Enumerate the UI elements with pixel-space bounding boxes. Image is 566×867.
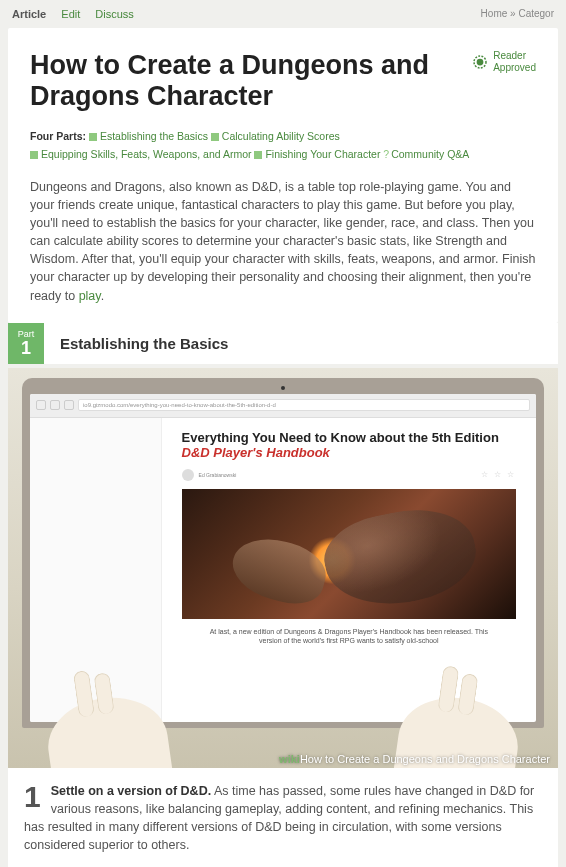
- parts-label: Four Parts:: [30, 130, 86, 142]
- page-main: Everything You Need to Know about the 5t…: [162, 418, 536, 722]
- avatar-icon: [182, 469, 194, 481]
- step-illustration: io9.gizmodo.com/everything-you-need-to-k…: [8, 368, 558, 768]
- author-name: Ed Grabianowski: [199, 472, 237, 478]
- square-icon: [211, 133, 219, 141]
- top-nav-left: Article Edit Discuss: [12, 8, 146, 20]
- part-link-finishing[interactable]: Finishing Your Character: [254, 148, 380, 160]
- address-bar: io9.gizmodo.com/everything-you-need-to-k…: [78, 399, 530, 411]
- parts-nav: Four Parts: Establishing the Basics Calc…: [30, 128, 536, 164]
- approved-line2: Approved: [493, 62, 536, 74]
- part-link-qa[interactable]: ?Community Q&A: [383, 148, 469, 160]
- page-byline: Ed Grabianowski ☆ ☆ ☆: [182, 469, 516, 481]
- tab-article[interactable]: Article: [12, 8, 46, 20]
- watermark: wikiHow to Create a Dungeons and Dragons…: [279, 753, 550, 765]
- step-number: 1: [24, 782, 41, 812]
- square-icon: [89, 133, 97, 141]
- square-icon: [30, 151, 38, 159]
- part-number: 1: [8, 339, 44, 357]
- part-link-ability[interactable]: Calculating Ability Scores: [211, 130, 340, 142]
- page-title: How to Create a Dungeons and Dragons Cha…: [30, 50, 451, 112]
- reader-approved-badge: Reader Approved: [471, 50, 536, 74]
- step-content: 1 Settle on a version of D&D. As time ha…: [8, 768, 558, 867]
- top-nav: Article Edit Discuss Home » Categor: [0, 0, 566, 28]
- seal-icon: [471, 53, 489, 71]
- breadcrumb: Home » Categor: [481, 8, 554, 20]
- page-caption: At last, a new edition of Dungeons & Dra…: [182, 627, 516, 645]
- stars-icon: ☆ ☆ ☆: [481, 470, 516, 479]
- part-badge: Part 1: [8, 323, 44, 364]
- browser-toolbar: io9.gizmodo.com/everything-you-need-to-k…: [30, 394, 536, 418]
- approved-line1: Reader: [493, 50, 536, 62]
- nav-reload-icon: [64, 400, 74, 410]
- article-header: How to Create a Dungeons and Dragons Cha…: [8, 28, 558, 323]
- tab-edit[interactable]: Edit: [61, 8, 80, 20]
- crumb-home[interactable]: Home: [481, 8, 508, 19]
- page-hero-image: [182, 489, 516, 619]
- section-header: Part 1 Establishing the Basics: [8, 323, 558, 364]
- crumb-category[interactable]: Categor: [518, 8, 554, 19]
- nav-back-icon: [36, 400, 46, 410]
- svg-point-1: [477, 59, 484, 66]
- part-link-basics[interactable]: Establishing the Basics: [89, 130, 208, 142]
- question-icon: ?: [383, 148, 389, 160]
- intro-play-link[interactable]: play: [79, 289, 101, 303]
- camera-icon: [281, 386, 285, 390]
- part-link-equipping[interactable]: Equipping Skills, Feats, Weapons, and Ar…: [30, 148, 252, 160]
- section-title: Establishing the Basics: [44, 323, 558, 364]
- page-headline: Everything You Need to Know about the 5t…: [182, 430, 516, 461]
- laptop-screen: io9.gizmodo.com/everything-you-need-to-k…: [30, 394, 536, 722]
- crumb-sep: »: [510, 8, 516, 19]
- step-title: Settle on a version of D&D.: [51, 784, 211, 798]
- square-icon: [254, 151, 262, 159]
- nav-fwd-icon: [50, 400, 60, 410]
- intro-paragraph: Dungeons and Dragons, also known as D&D,…: [30, 178, 536, 323]
- tab-discuss[interactable]: Discuss: [95, 8, 134, 20]
